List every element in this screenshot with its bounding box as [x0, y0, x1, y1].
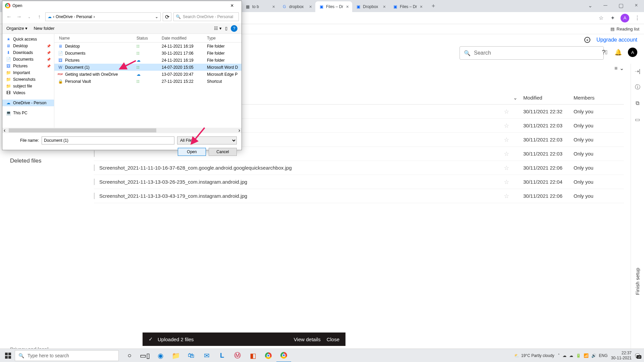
browser-menu-icon[interactable]: ⋮ — [634, 15, 641, 21]
sort-icon[interactable]: ⌄ — [513, 95, 523, 101]
dialog-close-button[interactable]: × — [225, 3, 239, 9]
task-view-icon[interactable]: ▭▯ — [138, 349, 152, 362]
tree-desktop[interactable]: 🖥Desktop📌 — [2, 43, 54, 49]
star-icon[interactable]: ☆ — [504, 179, 509, 185]
notifications-icon[interactable]: 🔔 — [614, 49, 622, 56]
mcafee-icon[interactable]: Ⓜ — [230, 349, 245, 362]
browser-tab[interactable]: ▦ to b × — [241, 1, 278, 12]
browser-tab[interactable]: ▣ Dropbox × — [352, 1, 389, 12]
tree-onedrive[interactable]: ☁OneDrive - Person — [2, 100, 54, 106]
activity-icon[interactable]: ⧉ — [634, 100, 641, 107]
nav-recent-dropdown[interactable]: ⌄ — [25, 13, 33, 21]
list-item[interactable]: 🔒Personal Vault✓⃝27-11-2021 15:22Shortcu… — [54, 78, 241, 85]
taskbar-clock[interactable]: 22:37 30-11-2021 — [611, 351, 632, 360]
start-button[interactable] — [1, 349, 15, 362]
upgrade-account-link[interactable]: Upgrade account — [596, 37, 637, 43]
bookmark-star-icon[interactable]: ☆ — [598, 15, 604, 21]
toast-close-button[interactable]: Close — [327, 337, 339, 342]
taskbar-search-input[interactable]: 🔍 Type here to search — [15, 350, 119, 361]
tree-folder[interactable]: 📁subject file — [2, 83, 54, 89]
battery-icon[interactable]: 🔋 — [576, 353, 581, 358]
tree-folder[interactable]: 📁Screenshots — [2, 76, 54, 83]
cancel-button[interactable]: Cancel — [209, 148, 237, 156]
path-dropdown-icon[interactable]: ⌄ — [155, 14, 158, 19]
nav-back-button[interactable]: ← — [5, 13, 13, 21]
dialog-title-bar[interactable]: Open × — [2, 1, 241, 10]
minimize-button[interactable]: ─ — [598, 0, 613, 11]
onedrive-tray-icon[interactable]: ☁ — [569, 353, 573, 358]
filename-input[interactable] — [42, 136, 174, 144]
star-icon[interactable]: ☆ — [504, 150, 509, 157]
tab-close-icon[interactable]: × — [383, 4, 386, 9]
more-rail-icon[interactable]: ▭ — [634, 116, 641, 123]
open-button[interactable]: Open — [178, 148, 206, 156]
profile-avatar[interactable]: A — [621, 14, 629, 22]
onedrive-tray-icon[interactable]: ☁ — [562, 353, 567, 358]
finish-setup-label[interactable]: Finish setup — [635, 268, 640, 295]
dropbox-search-input[interactable]: 🔍 Search — [460, 46, 604, 60]
list-item[interactable]: 🖼Pictures☁24-11-2021 16:19File folder — [54, 57, 241, 64]
table-row[interactable]: Screenshot_2021-11-13-13-03-26-235_com.i… — [94, 175, 624, 189]
nav-forward-button[interactable]: → — [15, 13, 23, 21]
tabs-dropdown-icon[interactable]: ⌄ — [582, 0, 598, 11]
file-explorer-icon[interactable]: 📁 — [168, 349, 183, 362]
reading-list-button[interactable]: Reading list — [616, 26, 639, 32]
col-status[interactable]: Status — [137, 36, 162, 41]
toast-view-details-button[interactable]: View details — [294, 337, 321, 342]
chrome-icon-active[interactable] — [276, 349, 291, 362]
filter-select[interactable]: All Files — [177, 136, 237, 144]
tab-close-icon[interactable]: × — [346, 4, 349, 9]
maximize-button[interactable]: ▢ — [613, 0, 629, 11]
language-indicator[interactable]: ENG — [599, 353, 608, 358]
organize-dropdown[interactable]: Organize ▾ — [6, 26, 28, 31]
tree-quick-access[interactable]: ★Quick access — [2, 36, 54, 43]
address-path-input[interactable]: ☁ › OneDrive - Personal › ⌄ — [45, 12, 161, 21]
new-folder-button[interactable]: New folder — [34, 26, 54, 31]
star-icon[interactable]: ☆ — [504, 108, 509, 115]
list-item[interactable]: 🖥Desktop✓⃝24-11-2021 16:19File folder — [54, 43, 241, 50]
help-button[interactable]: ? — [231, 25, 237, 32]
list-item[interactable]: 📄Documents✓⃝30-11-2021 17:06File folder — [54, 50, 241, 57]
tree-videos[interactable]: 🎞Videos — [2, 89, 54, 96]
new-tab-button[interactable]: + — [429, 1, 438, 11]
col-header-members[interactable]: Members — [574, 95, 624, 101]
tab-close-icon[interactable]: × — [420, 4, 423, 9]
office-icon[interactable]: ◧ — [246, 349, 260, 362]
weather-widget[interactable]: ⛅ 19°C Partly cloudy — [514, 353, 554, 358]
tab-close-icon[interactable]: × — [309, 4, 312, 9]
col-type[interactable]: Type — [207, 36, 241, 41]
tab-close-icon[interactable]: × — [272, 4, 275, 9]
path-segment[interactable]: OneDrive - Personal — [56, 14, 92, 19]
tree-downloads[interactable]: ⬇Downloads📌 — [2, 49, 54, 56]
help-icon[interactable]: ?⃝ — [601, 49, 608, 56]
dialog-search-input[interactable]: 🔍 Search OneDrive - Personal — [173, 12, 239, 21]
action-center-icon[interactable]: 💬18 — [635, 353, 640, 358]
col-name[interactable]: Name — [54, 36, 137, 41]
refresh-button[interactable]: ⟳ — [163, 12, 171, 21]
list-item[interactable]: PDFGetting started with OneDrive☁13-07-2… — [54, 71, 241, 78]
browser-tab-active[interactable]: ▣ Files – Dr × — [315, 1, 352, 12]
volume-icon[interactable]: 🔊 — [591, 353, 596, 358]
tree-folder[interactable]: 📁Important — [2, 69, 54, 76]
star-icon[interactable]: ☆ — [504, 136, 509, 143]
horizontal-scrollbar[interactable]: ‹ › — [2, 128, 241, 133]
scroll-right-icon[interactable]: › — [238, 127, 240, 133]
star-icon[interactable]: ☆ — [504, 122, 509, 129]
store-icon[interactable]: 🛍 — [184, 349, 199, 362]
nav-up-button[interactable]: ↑ — [35, 13, 43, 21]
tree-documents[interactable]: 📄Documents📌 — [2, 56, 54, 63]
cortana-icon[interactable]: ○ — [122, 349, 137, 362]
extensions-icon[interactable]: ✦ — [609, 15, 616, 21]
chrome-icon[interactable] — [261, 349, 276, 362]
view-controls[interactable]: ≡ ⌄ — [614, 65, 624, 71]
close-window-button[interactable]: × — [629, 0, 644, 11]
star-icon[interactable]: ☆ — [504, 193, 509, 199]
info-icon[interactable]: ⓘ — [634, 84, 641, 90]
preview-pane-button[interactable]: ▯ — [225, 26, 227, 31]
dropbox-avatar[interactable]: A — [628, 48, 637, 57]
table-row[interactable]: Screenshot_2021-11-11-10-16-37-628_com.g… — [94, 161, 624, 175]
app-icon[interactable]: L — [215, 349, 229, 362]
list-item-selected[interactable]: WDocument (1)✓⃝14-07-2020 15:05Microsoft… — [54, 64, 241, 71]
tray-chevron-icon[interactable]: ˄ — [558, 353, 560, 358]
view-options-button[interactable]: ☷ ▾ — [214, 26, 222, 31]
